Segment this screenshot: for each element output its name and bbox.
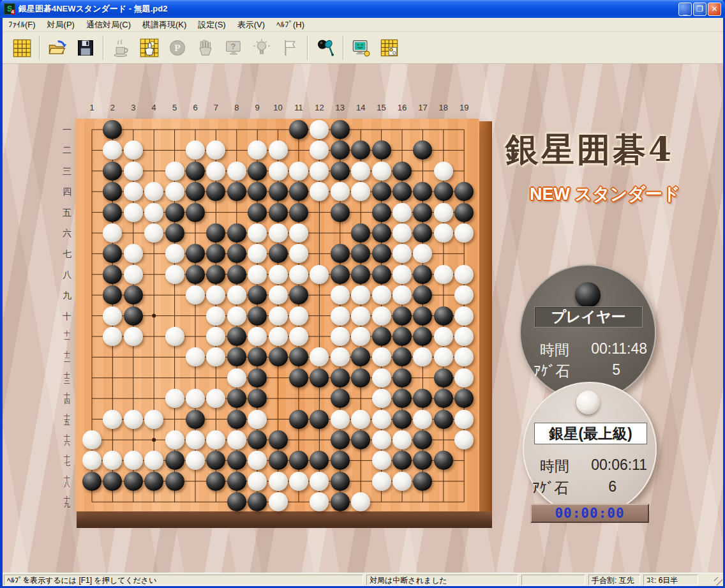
- stone-black: [269, 347, 288, 366]
- go-board[interactable]: [75, 119, 479, 511]
- stone-black: [165, 223, 184, 243]
- grid-icon: [12, 38, 31, 57]
- stone-white: [248, 223, 267, 243]
- stone-black: [269, 430, 288, 449]
- maximize-button[interactable]: ❐: [693, 3, 706, 16]
- stone-black: [269, 451, 288, 470]
- pass-button[interactable]: P: [163, 34, 191, 61]
- menu-item[interactable]: ﾍﾙﾌﾟ(H): [271, 19, 310, 31]
- row-label: 十八: [59, 474, 75, 488]
- row-label: 十九: [59, 495, 75, 509]
- stone-white: [413, 410, 432, 429]
- stone-white: [186, 430, 205, 449]
- window-title: 銀星囲碁4NEWスタンダード - 無題.pd2: [19, 3, 167, 15]
- stone-black: [331, 451, 350, 470]
- white-stone-icon: [576, 391, 600, 414]
- title-bar[interactable]: S 4 銀星囲碁4NEWスタンダード - 無題.pd2 _ ❐ ✕: [0, 0, 725, 18]
- stone-white: [124, 140, 143, 160]
- brand-subtitle: NEW スタンダード: [530, 183, 680, 206]
- column-label: 1: [84, 103, 100, 112]
- stone-black: [103, 162, 122, 181]
- menu-item[interactable]: 表示(V): [232, 18, 271, 32]
- wait-button[interactable]: [191, 34, 220, 61]
- stone-black: [206, 265, 225, 284]
- minimize-button[interactable]: _: [678, 3, 692, 16]
- stone-black: [269, 203, 288, 222]
- stone-white: [124, 451, 143, 470]
- stone-white: [227, 368, 246, 388]
- stone-black: [165, 203, 184, 222]
- resize-grip[interactable]: [714, 577, 722, 585]
- menu-item[interactable]: 通信対局(C): [80, 18, 137, 32]
- stone-white: [289, 162, 308, 181]
- stone-white: [248, 327, 267, 346]
- stone-white: [310, 162, 329, 181]
- menu-item[interactable]: ﾌｧｲﾙ(F): [3, 19, 41, 31]
- stone-white: [227, 430, 246, 449]
- stones-mic-icon: [316, 38, 335, 57]
- close-button[interactable]: ✕: [708, 3, 721, 16]
- stone-black: [392, 162, 412, 181]
- black-captures-value: 5: [612, 361, 620, 381]
- white-time-label: 時間: [540, 456, 569, 476]
- menu-item[interactable]: 設定(S): [192, 18, 231, 32]
- stone-white: [269, 472, 288, 491]
- stone-black: [248, 203, 267, 222]
- stone-black: [434, 451, 453, 470]
- stone-white: [289, 472, 308, 491]
- board-hand-icon: [140, 38, 159, 57]
- stone-black: [124, 472, 143, 491]
- stone-black: [82, 472, 101, 491]
- stone-black: [227, 265, 246, 284]
- close-icon: ✕: [708, 3, 721, 15]
- stone-black: [372, 327, 391, 346]
- stone-black: [351, 430, 370, 449]
- stone-black: [413, 472, 432, 491]
- status-extra: [521, 575, 585, 585]
- open-record-button[interactable]: [43, 34, 71, 61]
- move-input-button[interactable]: [135, 34, 163, 61]
- break-button[interactable]: [107, 34, 135, 61]
- column-label: 6: [187, 103, 204, 112]
- stone-white: [227, 285, 246, 305]
- mini-board-button[interactable]: [375, 34, 403, 61]
- stone-white: [186, 285, 205, 305]
- move-timer-value: 00:00:00: [555, 506, 624, 521]
- voice-button[interactable]: [311, 34, 340, 61]
- menu-item[interactable]: 対局(P): [41, 18, 80, 32]
- stone-white: [454, 265, 474, 284]
- stone-black: [310, 368, 329, 388]
- stone-white: [372, 368, 391, 388]
- stone-black: [372, 223, 391, 243]
- resign-button[interactable]: [276, 34, 304, 61]
- lightbulb-icon: [252, 38, 271, 57]
- stone-black: [372, 203, 391, 222]
- hint-button[interactable]: [248, 34, 276, 61]
- folder-open-icon: [48, 38, 67, 57]
- stone-black: [372, 140, 391, 160]
- row-label: 十五: [59, 412, 75, 426]
- column-label: 2: [104, 103, 121, 112]
- stone-white: [144, 410, 163, 429]
- stone-black: [331, 203, 350, 222]
- analyze-button[interactable]: ?: [220, 34, 248, 61]
- computer-button[interactable]: [347, 34, 375, 61]
- white-player-name[interactable]: 銀星(最上級): [534, 423, 647, 444]
- stone-black: [289, 368, 308, 388]
- stone-white: [248, 410, 267, 429]
- stone-white: [206, 306, 225, 326]
- new-board-button[interactable]: [8, 34, 36, 61]
- stone-white: [248, 265, 267, 284]
- menu-item[interactable]: 棋譜再現(K): [137, 18, 192, 32]
- stone-black: [269, 182, 288, 201]
- p-circle-icon: P: [168, 38, 187, 57]
- stone-white: [289, 265, 308, 284]
- svg-text:P: P: [174, 42, 181, 53]
- save-record-button[interactable]: [71, 34, 100, 61]
- stone-white: [289, 327, 308, 346]
- stone-white: [351, 162, 370, 181]
- hand-icon: [196, 38, 215, 57]
- stone-black: [227, 182, 246, 201]
- stone-black: [331, 162, 350, 181]
- stone-white: [165, 389, 184, 408]
